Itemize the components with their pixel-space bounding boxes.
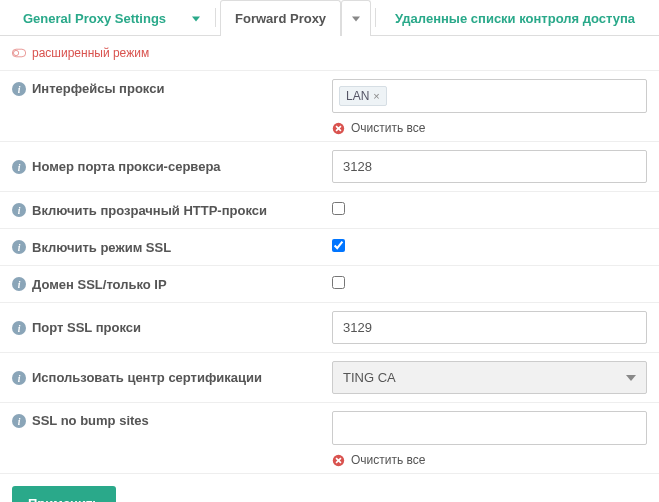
label-ssl-port: i Порт SSL прокси bbox=[0, 303, 320, 352]
label-proxy-interfaces: i Интерфейсы прокси bbox=[0, 71, 320, 106]
transparent-http-checkbox[interactable] bbox=[332, 202, 345, 215]
tab-remote-acl[interactable]: Удаленные списки контроля доступа bbox=[380, 0, 650, 36]
toggle-off-icon bbox=[12, 46, 26, 60]
info-icon[interactable]: i bbox=[12, 277, 26, 291]
row-ssl-port: i Порт SSL прокси bbox=[0, 303, 659, 353]
svg-text:i: i bbox=[18, 205, 21, 216]
tab-separator bbox=[375, 8, 376, 27]
svg-text:i: i bbox=[18, 83, 21, 94]
svg-text:i: i bbox=[18, 415, 21, 426]
row-ca: i Использовать центр сертификации TING C… bbox=[0, 353, 659, 403]
tab-forward-caret[interactable] bbox=[341, 0, 371, 36]
caret-down-icon bbox=[626, 373, 636, 383]
svg-point-1 bbox=[13, 50, 18, 55]
clear-icon bbox=[332, 122, 345, 135]
token-remove-icon[interactable]: × bbox=[373, 90, 379, 102]
clear-icon bbox=[332, 454, 345, 467]
label-proxy-port: i Номер порта прокси-сервера bbox=[0, 142, 320, 191]
info-icon[interactable]: i bbox=[12, 321, 26, 335]
svg-text:i: i bbox=[18, 279, 21, 290]
info-icon[interactable]: i bbox=[12, 160, 26, 174]
info-icon[interactable]: i bbox=[12, 371, 26, 385]
row-nobump: i SSL no bump sites Очистить все bbox=[0, 403, 659, 474]
token-lan: LAN × bbox=[339, 86, 387, 106]
row-transparent-http: i Включить прозрачный HTTP-прокси bbox=[0, 192, 659, 229]
row-enable-ssl: i Включить режим SSL bbox=[0, 229, 659, 266]
label-enable-ssl: i Включить режим SSL bbox=[0, 229, 320, 265]
ssl-domain-ip-checkbox[interactable] bbox=[332, 276, 345, 289]
info-icon[interactable]: i bbox=[12, 82, 26, 96]
svg-text:i: i bbox=[18, 372, 21, 383]
ca-select[interactable]: TING CA bbox=[332, 361, 647, 394]
info-icon[interactable]: i bbox=[12, 414, 26, 428]
label-transparent-http: i Включить прозрачный HTTP-прокси bbox=[0, 192, 320, 228]
advanced-mode-label: расширенный режим bbox=[32, 46, 149, 60]
enable-ssl-checkbox[interactable] bbox=[332, 239, 345, 252]
caret-down-icon bbox=[192, 15, 200, 23]
svg-text:i: i bbox=[18, 161, 21, 172]
form-footer: Применить bbox=[0, 474, 659, 502]
info-icon[interactable]: i bbox=[12, 240, 26, 254]
row-proxy-port: i Номер порта прокси-сервера bbox=[0, 142, 659, 192]
tab-forward-proxy[interactable]: Forward Proxy bbox=[220, 0, 341, 36]
row-ssl-domain-ip: i Домен SSL/только IP bbox=[0, 266, 659, 303]
tab-general-proxy-settings[interactable]: General Proxy Settings bbox=[8, 0, 181, 36]
settings-form: i Интерфейсы прокси LAN × Очистить все i… bbox=[0, 71, 659, 474]
row-proxy-interfaces: i Интерфейсы прокси LAN × Очистить все bbox=[0, 71, 659, 142]
proxy-interfaces-input[interactable]: LAN × bbox=[332, 79, 647, 113]
clear-nobump[interactable]: Очистить все bbox=[332, 453, 647, 467]
advanced-mode-toggle[interactable]: расширенный режим bbox=[0, 36, 659, 71]
proxy-port-input[interactable] bbox=[332, 150, 647, 183]
svg-text:i: i bbox=[18, 242, 21, 253]
clear-interfaces[interactable]: Очистить все bbox=[332, 121, 647, 135]
info-icon[interactable]: i bbox=[12, 203, 26, 217]
nobump-input[interactable] bbox=[332, 411, 647, 445]
ca-select-value: TING CA bbox=[343, 370, 396, 385]
ssl-port-input[interactable] bbox=[332, 311, 647, 344]
label-nobump: i SSL no bump sites bbox=[0, 403, 320, 438]
label-ca: i Использовать центр сертификации bbox=[0, 353, 320, 402]
label-ssl-domain-ip: i Домен SSL/только IP bbox=[0, 266, 320, 302]
tab-general-caret[interactable] bbox=[181, 0, 211, 36]
tab-bar: General Proxy Settings Forward Proxy Уда… bbox=[0, 0, 659, 36]
tab-separator bbox=[215, 8, 216, 27]
svg-text:i: i bbox=[18, 322, 21, 333]
caret-down-icon bbox=[352, 15, 360, 23]
apply-button[interactable]: Применить bbox=[12, 486, 116, 502]
